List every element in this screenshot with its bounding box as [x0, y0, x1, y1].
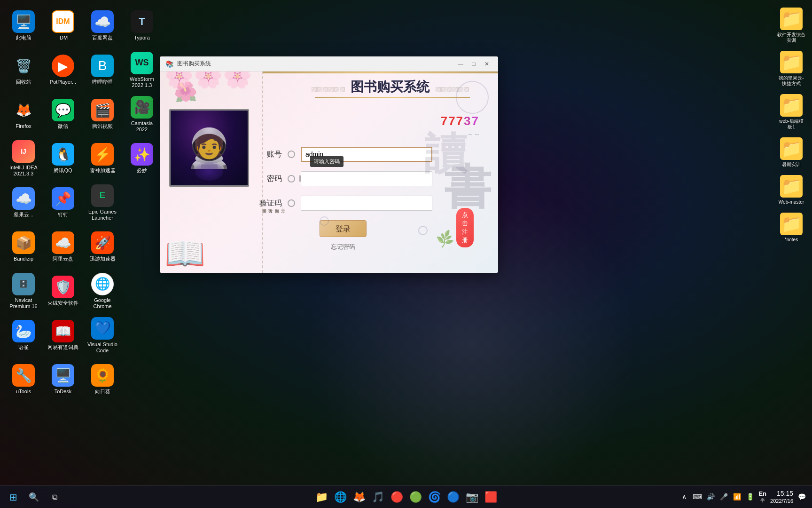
window-app-icon: 📚: [165, 60, 173, 68]
icon-webstorm[interactable]: WS WebStorm 2022.1.3: [123, 49, 161, 91]
icon-xunlei[interactable]: 🚀 迅游加速器: [84, 226, 121, 268]
icon-baidu-netdisk[interactable]: ☁️ 百度网盘: [84, 5, 121, 47]
taskbar-red-app-icon[interactable]: 🔴: [388, 489, 405, 506]
taskbar-left: ⊞ 🔍 ⧉: [0, 488, 68, 507]
wave-decor: ～～: [467, 130, 480, 139]
tray-mic-icon[interactable]: 🎤: [719, 492, 728, 501]
taskbar-music-icon[interactable]: 🎵: [369, 489, 386, 506]
task-view-button[interactable]: ⧉: [45, 488, 64, 507]
taskbar-misc-icon-3[interactable]: 📷: [463, 489, 480, 506]
desktop-icons-right: 📁 软件开发综合实训 📁 我的坚果云-快捷方式 📁 web-后端模板1 📁 暑期…: [775, 5, 807, 246]
tooltip-text: 请输入密码: [314, 158, 340, 165]
icon-potplayer[interactable]: ▶ PotPlayer...: [44, 49, 82, 91]
maximize-button[interactable]: □: [468, 58, 479, 70]
astronaut-image-box: 🧑‍🚀: [169, 109, 249, 187]
ime-indicator[interactable]: En 半: [758, 490, 766, 504]
icon-tencent-video[interactable]: 🎬 腾讯视频: [84, 93, 121, 135]
main-title-area: ▨▨▨▨▨▨ 图书购买系统 ▨▨▨▨▨▨: [310, 78, 470, 96]
icon-aliyun[interactable]: ☁️ 阿里云盘: [44, 226, 82, 268]
task-view-icon: ⧉: [52, 493, 57, 501]
account-circle-icon: [288, 151, 295, 158]
captcha-input[interactable]: [301, 196, 432, 211]
icon-bilibili[interactable]: B 哔哩哔哩: [84, 49, 121, 91]
tray-wifi-icon[interactable]: 📶: [732, 492, 742, 501]
icon-epic[interactable]: E Epic Games Launcher: [84, 182, 121, 224]
title-underline: [315, 97, 470, 98]
taskbar-explorer-icon[interactable]: 📁: [313, 489, 330, 506]
icon-wechat[interactable]: 💬 微信: [44, 93, 82, 135]
icon-huo-safe[interactable]: 🛡️ 火绒安全软件: [44, 270, 82, 312]
close-button[interactable]: ✕: [481, 58, 492, 70]
captcha-row: 验证码: [254, 196, 432, 211]
notification-icon[interactable]: 💬: [797, 492, 806, 501]
icon-utools[interactable]: 🔧 uTools: [5, 358, 42, 401]
taskbar-green-app-icon[interactable]: 🟢: [407, 489, 424, 506]
search-button[interactable]: 🔍: [24, 488, 43, 507]
tray-speaker-icon[interactable]: 🔊: [706, 492, 715, 501]
explorer-icon: 📁: [315, 491, 328, 503]
icon-vscode[interactable]: 💙 Visual Studio Code: [84, 314, 121, 357]
icon-todesk[interactable]: 🖥️ ToDesk: [44, 358, 82, 401]
minimize-button[interactable]: —: [455, 58, 466, 70]
icon-shuma[interactable]: 📁 暑期实训: [775, 135, 807, 170]
forgot-password-link[interactable]: 忘记密码: [254, 243, 432, 251]
icon-web-backend[interactable]: 📁 web-后端模板1: [775, 91, 807, 133]
start-button[interactable]: ⊞: [4, 488, 23, 507]
icon-my-computer[interactable]: 🖥️ 此电脑: [5, 5, 42, 47]
form-area: 账号 密码 I 请输入密码: [254, 109, 432, 251]
icon-idm[interactable]: IDM IDM: [44, 5, 82, 47]
icon-empty-3: [123, 270, 161, 312]
icon-youdao[interactable]: 📖 网易有道词典: [44, 314, 82, 357]
icon-intellij[interactable]: IJ IntelliJ IDEA 2021.3.3: [5, 137, 42, 180]
book-system-window: 📚 图书购买系统 — □ ✕ 🌸🌸🌸 🌺 ▨▨▨▨▨▨ 图书购买系统 ▨▨▨▨▨…: [160, 56, 498, 273]
icon-soft-dev[interactable]: 📁 软件开发综合实训: [775, 5, 807, 46]
icon-bandizip[interactable]: 📦 Bandizip: [5, 226, 42, 268]
icon-firefox[interactable]: 🦊 Firefox: [5, 93, 42, 135]
icon-notes[interactable]: 📁 *notes: [775, 210, 807, 246]
password-row: 密码 I 请输入密码: [254, 171, 432, 186]
icon-jianguo[interactable]: 📁 我的坚果云-快捷方式: [775, 48, 807, 89]
icon-riji[interactable]: 🌻 向日葵: [84, 358, 121, 401]
tray-keyboard-icon[interactable]: ⌨: [693, 492, 702, 501]
icon-typora[interactable]: T Typora: [123, 5, 161, 47]
windows-logo-icon: ⊞: [9, 492, 17, 503]
taskbar-misc-icon-1[interactable]: 🌀: [426, 489, 443, 506]
icon-zuoyun[interactable]: ☁️ 坚果云...: [5, 182, 42, 224]
password-input[interactable]: [301, 171, 432, 186]
tray-up-arrow[interactable]: ∧: [679, 492, 689, 501]
captcha-label: 验证码: [254, 198, 282, 208]
icon-web-master[interactable]: 📁 Web-master: [775, 172, 807, 208]
window-main-title: 图书购买系统: [351, 79, 429, 94]
password-tooltip: 请输入密码: [310, 156, 344, 167]
icon-empty-4: [123, 314, 161, 357]
flower-decoration: 🌸🌸🌸: [164, 71, 252, 89]
icon-dingding[interactable]: 📌 钉钉: [44, 182, 82, 224]
icon-chrome[interactable]: 🌐 Google Chrome: [84, 270, 121, 312]
astronaut-image: 🧑‍🚀: [171, 111, 248, 185]
icon-camtasia[interactable]: 🎥 Camtasia 2022: [123, 93, 161, 135]
icon-thunder[interactable]: ⚡ 雷神加速器: [84, 137, 121, 180]
account-label: 账号: [254, 150, 282, 159]
circle-bottom-left: [320, 216, 329, 226]
system-clock[interactable]: 15:15 2022/7/16: [770, 489, 793, 504]
decor-numbers: 77737: [441, 114, 479, 128]
taskbar-misc-icon-2[interactable]: 🔵: [445, 489, 461, 506]
password-label: 密码: [254, 174, 282, 184]
icon-qq[interactable]: 🐧 腾讯QQ: [44, 137, 82, 180]
green-app-icon: 🟢: [409, 491, 422, 503]
icon-recycle-bin[interactable]: 🗑️ 回收站: [5, 49, 42, 91]
taskbar-chrome-icon[interactable]: 🌐: [332, 489, 349, 506]
chrome-icon: 🌐: [334, 491, 347, 503]
tray-battery-icon[interactable]: 🔋: [745, 492, 755, 501]
icon-biyao[interactable]: ✨ 必妙: [123, 137, 161, 180]
icon-yuque[interactable]: 🦢 语雀: [5, 314, 42, 357]
taskbar-firefox-icon[interactable]: 🦊: [351, 489, 367, 506]
icon-empty-5: [123, 358, 161, 401]
music-icon: 🎵: [372, 491, 384, 503]
window-title-text: 图书购买系统: [177, 60, 451, 68]
misc-icon-1: 🌀: [428, 491, 441, 503]
icon-navicat[interactable]: 🗄️ Navicat Premium 16: [5, 270, 42, 312]
taskbar-misc-icon-4[interactable]: 🟥: [482, 489, 499, 506]
search-icon: 🔍: [29, 492, 39, 502]
register-button[interactable]: 点击注册: [456, 208, 474, 247]
